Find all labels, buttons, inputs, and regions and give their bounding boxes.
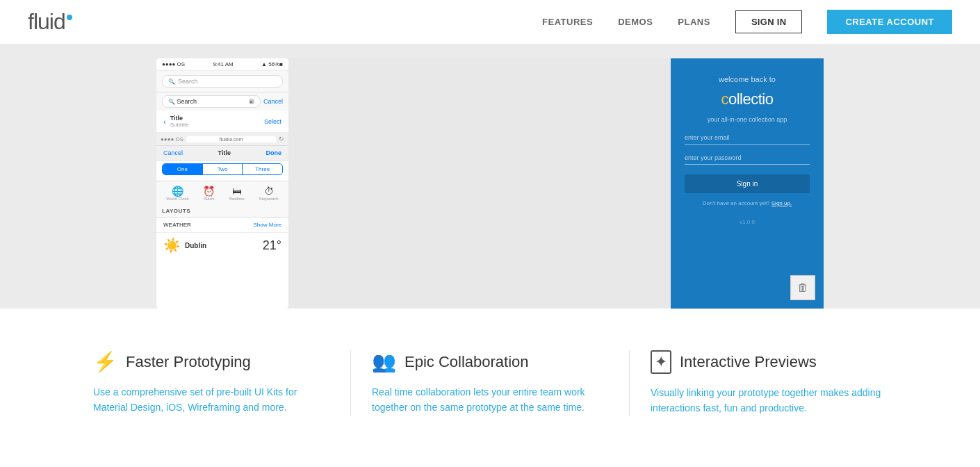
tab-world-clock[interactable]: 🌐 World Clock xyxy=(166,186,188,201)
preview-gap xyxy=(288,58,671,309)
show-more-button[interactable]: Show More xyxy=(254,222,281,228)
weather-sun-icon: ☀️ xyxy=(163,237,181,254)
collectio-password-field[interactable]: enter your password xyxy=(685,151,810,165)
feature-1-header: ⚡ Faster Prototyping xyxy=(93,350,329,373)
tab-bedtime-label: Bedtime xyxy=(229,197,245,201)
logo[interactable]: fluid xyxy=(28,9,72,35)
phone-browser-controls: ●●●● OS fluidui.com ↻ xyxy=(156,134,288,144)
feature-2-desc: Real time collaboration lets your entire… xyxy=(372,384,608,416)
tab-stopwatch-label: Stopwatch xyxy=(259,197,279,201)
interactive-preview-icon: ✦ xyxy=(651,350,671,374)
weather-city-name: Dublin xyxy=(185,242,206,249)
tab-world-clock-label: World Clock xyxy=(166,197,188,201)
feature-3-title: Interactive Previews xyxy=(680,353,817,371)
phone-mockup: ●●●● OS 9:41 AM ▲ 56%■ 🔍 Search 🔍 Search xyxy=(156,58,288,309)
signin-button[interactable]: SIGN IN xyxy=(735,10,803,33)
alarm-icon: ⏰ xyxy=(203,186,215,197)
phone-segment-control: One Two Three xyxy=(162,163,283,175)
feature-interactive-previews: ✦ Interactive Previews Visually linking … xyxy=(637,350,901,416)
header: fluid FEATURES DEMOS PLANS SIGN IN CREAT… xyxy=(0,0,980,44)
search-icon: 🔍 xyxy=(168,79,175,85)
features-section: ⚡ Faster Prototyping Use a comprehensive… xyxy=(0,309,980,444)
phone-search-input: 🔍 Search xyxy=(162,75,283,88)
back-arrow-icon[interactable]: ‹ xyxy=(163,117,166,126)
collectio-version: v1.0.0 xyxy=(740,219,755,225)
phone-screen: ●●●● OS 9:41 AM ▲ 56%■ 🔍 Search 🔍 Search xyxy=(156,58,288,309)
collectio-title-rest: ollectio xyxy=(728,90,773,108)
feature-1-desc: Use a comprehensive set of pre-built UI … xyxy=(93,384,329,416)
phone-tab-bar: 🌐 World Clock ⏰ Alarm 🛏 Bedtime ⏱ Stopwa… xyxy=(156,181,288,205)
phone-layouts-header: LAYOUTS xyxy=(156,205,288,218)
feature-divider-1 xyxy=(350,350,351,416)
nav-plans[interactable]: PLANS xyxy=(678,17,710,27)
search-placeholder: Search xyxy=(178,78,198,85)
feature-collaboration: 👥 Epic Collaboration Real time collabora… xyxy=(358,350,622,416)
preview-card: ●●●● OS 9:41 AM ▲ 56%■ 🔍 Search 🔍 Search xyxy=(156,58,824,309)
phone-action-done[interactable]: Done xyxy=(266,149,281,156)
phone-signal-dots: ●●●● OS xyxy=(161,136,183,142)
phone-search-row: 🔍 Search ✕ Cancel xyxy=(156,92,288,110)
phone-time: 9:41 AM xyxy=(213,61,233,67)
feature-divider-2 xyxy=(629,350,630,416)
world-clock-icon: 🌐 xyxy=(172,186,183,197)
feature-1-title: Faster Prototyping xyxy=(126,353,251,371)
collectio-title: collectio xyxy=(721,90,774,108)
phone-list-item: ‹ Title Subtitle Select xyxy=(156,110,288,133)
trash-button[interactable]: 🗑 xyxy=(790,275,815,300)
cancel-button-phone[interactable]: Cancel xyxy=(263,98,283,105)
phone-list-subtitle: Subtitle xyxy=(170,122,189,128)
search-icon-active: 🔍 xyxy=(168,99,175,105)
nav-features[interactable]: FEATURES xyxy=(542,17,593,27)
phone-weather-detail: ☀️ Dublin 21° xyxy=(156,233,288,258)
phone-list-title: Title xyxy=(170,115,189,122)
weather-temperature: 21° xyxy=(263,238,281,253)
collectio-signin-button[interactable]: Sign in xyxy=(685,174,810,193)
feature-3-desc: Visually linking your prototype together… xyxy=(651,385,887,416)
main-nav: FEATURES DEMOS PLANS SIGN IN CREATE ACCO… xyxy=(542,10,952,34)
feature-2-title: Epic Collaboration xyxy=(405,353,529,371)
phone-browser-bar: ●●●● OS fluidui.com ↻ xyxy=(156,133,288,146)
no-account-text: Don't have an account yet? xyxy=(703,200,770,206)
preview-section: ●●●● OS 9:41 AM ▲ 56%■ 🔍 Search 🔍 Search xyxy=(0,44,980,309)
phone-search-bar[interactable]: 🔍 Search xyxy=(156,71,288,92)
people-icon: 👥 xyxy=(372,350,396,373)
phone-action-bar: Cancel Title Done xyxy=(156,146,288,161)
collectio-subtitle: your all-in-one collection app xyxy=(708,115,787,124)
lightning-icon: ⚡ xyxy=(93,350,117,373)
bedtime-icon: 🛏 xyxy=(232,186,242,197)
phone-weather-card[interactable]: WEATHER Show More xyxy=(156,218,288,233)
reload-icon[interactable]: ↻ xyxy=(279,136,284,142)
tab-alarm[interactable]: ⏰ Alarm xyxy=(203,186,215,201)
tab-bedtime[interactable]: 🛏 Bedtime xyxy=(229,186,245,201)
tab-stopwatch[interactable]: ⏱ Stopwatch xyxy=(259,186,279,201)
collectio-email-field[interactable]: enter your email xyxy=(685,131,810,145)
collectio-preview: welcome back to collectio your all-in-on… xyxy=(671,58,824,309)
logo-text: fluid xyxy=(28,9,65,35)
logo-dot xyxy=(67,15,72,20)
select-button[interactable]: Select xyxy=(264,118,281,125)
layouts-label: LAYOUTS xyxy=(162,208,190,214)
segment-one[interactable]: One xyxy=(163,164,202,174)
feature-3-header: ✦ Interactive Previews xyxy=(651,350,887,374)
weather-section-header: WEATHER xyxy=(163,222,191,228)
phone-action-title: Title xyxy=(218,149,231,156)
collectio-c: c xyxy=(721,90,729,108)
create-account-button[interactable]: CREATE ACCOUNT xyxy=(827,10,952,34)
weather-city-area: ☀️ Dublin xyxy=(163,237,206,254)
segment-two[interactable]: Two xyxy=(202,164,243,174)
nav-demos[interactable]: DEMOS xyxy=(618,17,653,27)
feature-faster-prototyping: ⚡ Faster Prototyping Use a comprehensive… xyxy=(79,350,343,416)
search-text: Search xyxy=(177,98,197,105)
weather-header-show: WEATHER xyxy=(163,222,191,228)
phone-url-bar[interactable]: fluidui.com xyxy=(186,136,276,142)
segment-three[interactable]: Three xyxy=(243,164,282,174)
phone-signal: ●●●● OS xyxy=(162,61,185,67)
collectio-welcome: welcome back to xyxy=(719,75,776,83)
phone-list-left: ‹ Title Subtitle xyxy=(163,115,188,128)
tab-alarm-label: Alarm xyxy=(204,197,215,201)
clear-icon[interactable]: ✕ xyxy=(249,99,254,104)
trash-icon: 🗑 xyxy=(797,281,808,294)
signup-link[interactable]: Sign up. xyxy=(771,200,792,206)
phone-search-active[interactable]: 🔍 Search ✕ xyxy=(162,95,261,108)
phone-action-cancel[interactable]: Cancel xyxy=(163,149,183,156)
